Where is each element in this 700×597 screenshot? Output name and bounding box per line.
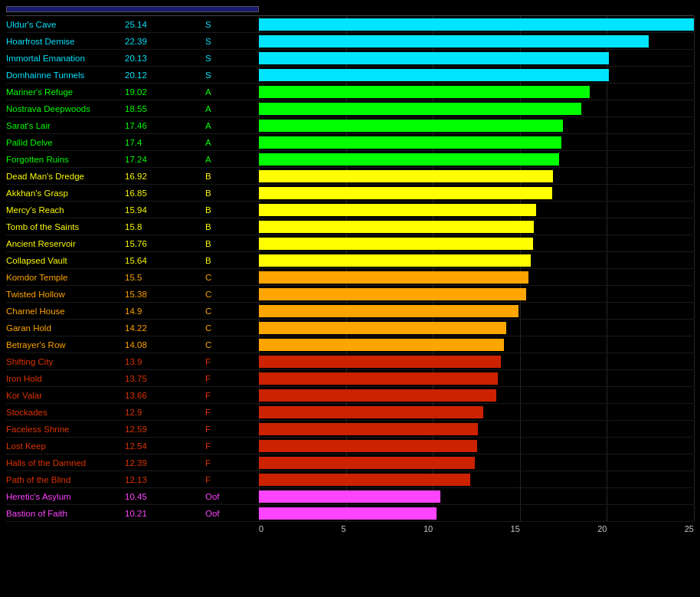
xp-value: 18.55 <box>125 104 205 113</box>
table-row: Stockades12.9F <box>6 404 694 421</box>
grid-line <box>694 16 695 32</box>
xp-value: 12.13 <box>125 475 205 484</box>
table-row: Komdor Temple15.5C <box>6 269 694 286</box>
rank-value: F <box>205 475 259 484</box>
rank-value: S <box>205 37 259 46</box>
bar <box>259 322 506 334</box>
grid-line <box>694 303 695 319</box>
rank-value: B <box>205 172 259 181</box>
bar <box>259 187 552 199</box>
grid-line <box>694 84 695 100</box>
bar-area <box>259 505 694 521</box>
bar-area <box>259 168 694 184</box>
grid-line <box>607 454 607 471</box>
rank-value: F <box>205 441 259 451</box>
grid-line <box>694 370 695 386</box>
grid-line <box>607 488 607 504</box>
bar-area <box>259 100 694 116</box>
dungeon-name: Iron Hold <box>6 374 125 383</box>
xp-value: 16.92 <box>125 172 205 181</box>
bar-area <box>259 235 694 251</box>
rank-value: C <box>205 307 259 316</box>
grid-line <box>607 117 607 133</box>
rank-value: C <box>205 323 259 333</box>
rank-value: F <box>205 408 259 417</box>
grid-line <box>520 471 521 487</box>
grid-line <box>607 100 607 116</box>
bar-area <box>259 387 694 403</box>
grid-line <box>694 471 695 487</box>
grid-line <box>694 488 695 504</box>
rank-value: F <box>205 425 259 434</box>
bar <box>259 103 581 115</box>
table-row: Sarat's Lair17.46A <box>6 117 694 134</box>
xp-value: 15.64 <box>125 256 205 265</box>
dungeon-name: Faceless Shrine <box>6 425 125 434</box>
xp-value: 14.08 <box>125 340 205 349</box>
dungeon-name: Domhainne Tunnels <box>6 71 125 80</box>
table-row: Heretic's Asylum10.45Oof <box>6 488 694 505</box>
rank-value: A <box>205 138 259 147</box>
grid-line <box>694 269 695 285</box>
rank-value: F <box>205 458 259 467</box>
table-row: Charnel House14.9C <box>6 303 694 320</box>
chart-title <box>6 6 259 12</box>
bar-area <box>259 421 694 437</box>
dungeon-name: Garan Hold <box>6 323 125 333</box>
bar <box>259 288 526 300</box>
rank-value: A <box>205 121 259 130</box>
grid-line <box>520 370 521 386</box>
rank-value: B <box>205 189 259 198</box>
rank-value: S <box>205 54 259 63</box>
bar-area <box>259 33 694 49</box>
grid-line <box>607 252 607 268</box>
rank-value: Oof <box>205 509 259 518</box>
bar <box>259 389 496 402</box>
grid-line <box>694 67 695 83</box>
dungeon-name: Lost Keep <box>6 441 125 451</box>
dungeon-name: Sarat's Lair <box>6 121 125 130</box>
table-row: Collapsed Vault15.64B <box>6 252 694 269</box>
dungeon-name: Forgotten Ruins <box>6 155 125 164</box>
x-axis-label: 20 <box>597 524 607 533</box>
xp-value: 25.14 <box>125 20 205 29</box>
table-row: Nostrava Deepwoods18.55A <box>6 100 694 117</box>
xp-value: 20.13 <box>125 54 205 63</box>
bar <box>259 238 533 250</box>
bar <box>259 18 694 31</box>
grid-line <box>694 235 695 251</box>
grid-line <box>694 202 695 218</box>
bar <box>259 440 477 452</box>
rank-value: Oof <box>205 492 259 501</box>
grid-line <box>607 421 607 437</box>
grid-line <box>607 336 607 353</box>
rank-value: C <box>205 290 259 299</box>
grid-line <box>520 421 521 437</box>
xp-value: 17.4 <box>125 138 205 147</box>
dungeon-name: Shifting City <box>6 357 125 366</box>
x-axis-label: 10 <box>424 524 433 533</box>
rank-value: C <box>205 340 259 349</box>
grid-line <box>607 269 607 285</box>
rank-value: C <box>205 273 259 282</box>
x-axis-label: 15 <box>511 524 520 533</box>
grid-line <box>694 387 695 403</box>
bar <box>259 35 649 48</box>
xp-value: 10.21 <box>125 509 205 518</box>
bar <box>259 204 536 216</box>
grid-line <box>694 185 695 201</box>
table-row: Domhainne Tunnels20.12S <box>6 67 694 84</box>
dungeon-name: Collapsed Vault <box>6 256 125 265</box>
grid-line <box>694 50 695 66</box>
grid-line <box>607 286 607 302</box>
xp-value: 15.8 <box>125 222 205 231</box>
xp-value: 14.22 <box>125 323 205 333</box>
xp-value: 10.45 <box>125 492 205 501</box>
bar <box>259 86 590 98</box>
bar-area <box>259 252 694 268</box>
table-row: Dead Man's Dredge16.92B <box>6 168 694 185</box>
table-row: Betrayer's Row14.08C <box>6 336 694 353</box>
rank-value: B <box>205 222 259 231</box>
grid-line <box>607 505 607 521</box>
grid-line <box>694 421 695 437</box>
